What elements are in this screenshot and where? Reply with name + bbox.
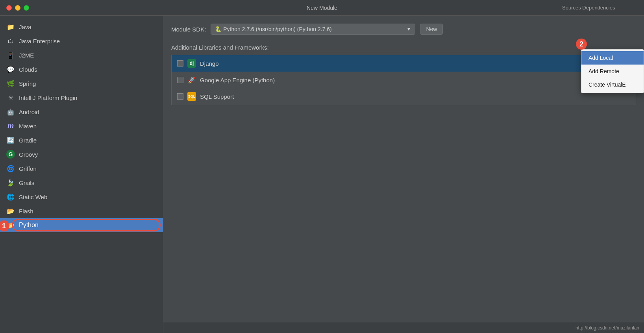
griffon-icon: 🌀: [6, 164, 15, 173]
module-type-sidebar: 📁 Java 🗂 Java Enterprise 📱 J2ME 💬 Clouds…: [0, 16, 163, 333]
badge-1: 1: [0, 220, 9, 231]
framework-label: SQL Support: [200, 93, 234, 100]
add-local-menu-item[interactable]: Add Local: [581, 51, 644, 65]
sdk-value: 🐍 Python 2.7.6 (/usr/bin/python) (Python…: [215, 26, 331, 32]
framework-label: Google App Engine (Python): [200, 77, 275, 83]
sidebar-item-clouds[interactable]: 💬 Clouds: [0, 62, 163, 76]
add-remote-menu-item[interactable]: Add Remote: [581, 65, 644, 78]
static-web-icon: 🌐: [6, 192, 15, 201]
sidebar-item-label: Static Web: [19, 194, 157, 200]
frameworks-section-label: Additional Libraries and Frameworks:: [171, 44, 636, 51]
maximize-button[interactable]: [24, 5, 29, 11]
sidebar-item-gradle[interactable]: 🔄 Gradle: [0, 133, 163, 147]
sidebar-item-flash[interactable]: 📂 Flash: [0, 204, 163, 218]
groovy-icon: G: [6, 150, 15, 159]
flash-icon: 📂: [6, 207, 15, 215]
sidebar-item-label: Java: [19, 24, 157, 30]
sql-icon: SQL: [187, 92, 196, 101]
sidebar-item-label: IntelliJ Platform Plugin: [19, 94, 157, 101]
sidebar-item-groovy[interactable]: G Groovy: [0, 147, 163, 161]
sidebar-item-label: Maven: [19, 123, 157, 130]
sidebar-item-java[interactable]: 📁 Java: [0, 20, 163, 34]
framework-list: dj Django 🚀 Google App Engine (Python) S…: [171, 55, 636, 105]
sidebar-item-label: Clouds: [19, 66, 157, 73]
maven-icon: m: [6, 122, 15, 130]
sidebar-item-python[interactable]: 1 📂 Python: [0, 218, 163, 232]
sidebar-item-intellij[interactable]: ✳ IntelliJ Platform Plugin: [0, 91, 163, 105]
sidebar-item-label: Android: [19, 109, 157, 115]
status-bar: http://blog.csdn.net/muzilanlan: [163, 322, 644, 333]
dropdown-arrow-icon: ▼: [406, 26, 411, 32]
new-sdk-button[interactable]: New: [420, 24, 443, 35]
top-bar-partial: Sources Dependencies: [557, 0, 644, 16]
spring-icon: 🌿: [6, 79, 15, 88]
status-url: http://blog.csdn.net/muzilanlan: [576, 325, 639, 331]
main-layout: 📁 Java 🗂 Java Enterprise 📱 J2ME 💬 Clouds…: [0, 16, 644, 333]
sql-checkbox[interactable]: [177, 93, 183, 100]
sidebar-item-label: Groovy: [19, 151, 157, 158]
sdk-label: Module SDK:: [171, 26, 206, 33]
window-controls: [6, 5, 29, 11]
close-button[interactable]: [6, 5, 12, 11]
sidebar-item-label: Gradle: [19, 137, 157, 144]
google-app-checkbox[interactable]: [177, 77, 183, 83]
sidebar-item-maven[interactable]: m Maven: [0, 119, 163, 133]
framework-item-google-app[interactable]: 🚀 Google App Engine (Python): [172, 72, 636, 88]
intellij-icon: ✳: [6, 93, 15, 102]
right-panel: Module SDK: 🐍 Python 2.7.6 (/usr/bin/pyt…: [163, 16, 644, 333]
badge-2: 2: [576, 39, 587, 50]
framework-item-sql[interactable]: SQL SQL Support: [172, 88, 636, 105]
sidebar-item-static-web[interactable]: 🌐 Static Web: [0, 190, 163, 204]
clouds-icon: 💬: [6, 65, 15, 74]
minimize-button[interactable]: [15, 5, 20, 11]
sidebar-item-label: Python: [19, 222, 157, 229]
sidebar-item-grails[interactable]: 🍃 Grails: [0, 176, 163, 190]
j2me-icon: 📱: [6, 51, 15, 59]
sidebar-item-label: J2ME: [19, 52, 157, 59]
sidebar-item-spring[interactable]: 🌿 Spring: [0, 76, 163, 91]
dropdown-menu: Add Local Add Remote Create VirtualE: [581, 49, 644, 93]
sdk-row: Module SDK: 🐍 Python 2.7.6 (/usr/bin/pyt…: [171, 24, 636, 35]
sidebar-item-griffon[interactable]: 🌀 Griffon: [0, 161, 163, 176]
sidebar-item-label: Flash: [19, 208, 157, 215]
java-icon: 📁: [6, 22, 15, 31]
framework-item-django[interactable]: dj Django: [172, 55, 636, 72]
framework-label: Django: [200, 60, 219, 67]
title-bar: New Module Sources Dependencies: [0, 0, 644, 16]
window-title: New Module: [307, 5, 337, 11]
sidebar-item-java-enterprise[interactable]: 🗂 Java Enterprise: [0, 34, 163, 48]
google-app-icon: 🚀: [187, 76, 196, 84]
sidebar-item-label: Grails: [19, 179, 157, 186]
java-enterprise-icon: 🗂: [6, 37, 15, 45]
sidebar-item-label: Griffon: [19, 165, 157, 172]
gradle-icon: 🔄: [6, 136, 15, 144]
create-ve-menu-item[interactable]: Create VirtualE: [581, 78, 644, 91]
sidebar-item-label: Java Enterprise: [19, 38, 157, 44]
sidebar-item-android[interactable]: 🤖 Android: [0, 105, 163, 119]
django-checkbox[interactable]: [177, 60, 183, 67]
grails-icon: 🍃: [6, 178, 15, 187]
android-icon: 🤖: [6, 107, 15, 116]
sdk-dropdown[interactable]: 🐍 Python 2.7.6 (/usr/bin/python) (Python…: [211, 24, 415, 35]
sidebar-item-label: Spring: [19, 80, 157, 87]
sidebar-item-j2me[interactable]: 📱 J2ME: [0, 48, 163, 62]
django-icon: dj: [187, 59, 196, 68]
